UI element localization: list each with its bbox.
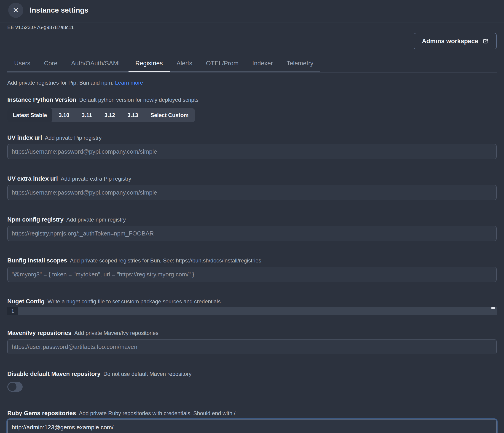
- npm-registry-description: Add private npm registry: [66, 216, 126, 223]
- bunfig-field: Bunfig install scopes Add private scoped…: [7, 257, 497, 282]
- learn-more-link[interactable]: Learn more: [115, 80, 143, 86]
- tab-indexer[interactable]: Indexer: [245, 56, 280, 72]
- close-icon: ✕: [13, 7, 19, 14]
- version-text: EE v1.523.0-76-g98787a8c11: [7, 24, 497, 31]
- tab-registries[interactable]: Registries: [128, 56, 170, 72]
- uv-extra-index-input[interactable]: [7, 185, 497, 200]
- maven-disable-toggle[interactable]: [7, 382, 23, 392]
- python-version-section: Instance Python Version Default python v…: [7, 96, 497, 122]
- tab-core[interactable]: Core: [37, 56, 64, 72]
- ruby-gems-field: Ruby Gems repositories Add private Ruby …: [7, 410, 497, 433]
- uv-index-label: UV index url: [7, 134, 42, 141]
- tabs-bar: Users Core Auth/OAuth/SAML Registries Al…: [7, 56, 497, 72]
- uv-extra-index-description: Add private extra Pip registry: [61, 176, 131, 182]
- python-version-group: Latest Stable 3.10 3.11 3.12 3.13 Select…: [7, 108, 195, 122]
- nuget-line-number: 1: [7, 307, 18, 315]
- uv-index-description: Add private Pip registry: [45, 135, 101, 141]
- uv-index-input[interactable]: [7, 144, 497, 159]
- tab-alerts[interactable]: Alerts: [170, 56, 199, 72]
- ruby-gems-label: Ruby Gems repositories: [7, 410, 76, 416]
- settings-content: EE v1.523.0-76-g98787a8c11 Admins worksp…: [0, 24, 504, 433]
- maven-disable-label: Disable default Maven repository: [7, 370, 100, 377]
- nuget-config-field: Nuget Config Write a nuget.config file t…: [7, 298, 497, 315]
- maven-repos-label: Maven/Ivy repositories: [7, 329, 71, 336]
- python-option-3-10[interactable]: 3.10: [52, 108, 75, 122]
- workspace-row: Admins workspace: [7, 33, 497, 49]
- external-link-icon: [482, 38, 488, 44]
- maven-disable-field: Disable default Maven repository Do not …: [7, 370, 497, 392]
- python-option-3-13[interactable]: 3.13: [121, 108, 144, 122]
- python-version-description: Default python version for newly deploye…: [79, 97, 198, 103]
- tab-list: Users Core Auth/OAuth/SAML Registries Al…: [7, 56, 320, 72]
- admins-workspace-label: Admins workspace: [422, 38, 478, 45]
- ruby-gems-input[interactable]: [7, 419, 497, 433]
- toggle-knob: [8, 383, 17, 391]
- header-divider: [0, 22, 504, 22]
- maven-repos-description: Add private Maven/Ivy repositories: [74, 330, 158, 336]
- npm-registry-field: Npm config registry Add private npm regi…: [7, 216, 497, 241]
- intro-line: Add private registries for Pip, Bun and …: [7, 79, 497, 86]
- bunfig-description: Add private scoped registries for Bun, S…: [70, 257, 261, 264]
- page-title: Instance settings: [30, 6, 89, 14]
- uv-extra-index-field: UV extra index url Add private extra Pip…: [7, 175, 497, 200]
- tab-auth-oauth-saml[interactable]: Auth/OAuth/SAML: [64, 56, 128, 72]
- nuget-config-editor[interactable]: 1: [7, 307, 497, 315]
- python-option-3-11[interactable]: 3.11: [75, 108, 98, 122]
- nuget-editor-scrollbar[interactable]: [491, 307, 495, 309]
- tab-users[interactable]: Users: [7, 56, 37, 72]
- npm-registry-input[interactable]: [7, 226, 497, 241]
- python-version-label: Instance Python Version: [7, 96, 76, 103]
- nuget-editor-body[interactable]: [18, 307, 497, 315]
- python-option-select-custom[interactable]: Select Custom: [144, 108, 195, 122]
- bunfig-input[interactable]: [7, 267, 497, 282]
- modal-header: ✕ Instance settings: [0, 0, 504, 21]
- intro-text: Add private registries for Pip, Bun and …: [7, 80, 113, 86]
- clipped-heading: Windmill: [0, 21, 504, 22]
- admins-workspace-button[interactable]: Admins workspace: [414, 33, 497, 49]
- nuget-config-label: Nuget Config: [7, 298, 45, 305]
- npm-registry-label: Npm config registry: [7, 216, 63, 223]
- maven-repos-field: Maven/Ivy repositories Add private Maven…: [7, 329, 497, 354]
- tab-otel-prom[interactable]: OTEL/Prom: [199, 56, 246, 72]
- maven-repos-input[interactable]: [7, 339, 497, 354]
- tab-telemetry[interactable]: Telemetry: [280, 56, 320, 72]
- uv-index-field: UV index url Add private Pip registry: [7, 134, 497, 159]
- uv-extra-index-label: UV extra index url: [7, 175, 58, 182]
- python-version-label-row: Instance Python Version Default python v…: [7, 96, 497, 104]
- bunfig-label: Bunfig install scopes: [7, 257, 67, 264]
- python-option-latest-stable[interactable]: Latest Stable: [7, 108, 52, 122]
- close-button[interactable]: ✕: [8, 3, 23, 18]
- python-option-3-12[interactable]: 3.12: [98, 108, 121, 122]
- maven-disable-description: Do not use default Maven repository: [103, 371, 192, 377]
- nuget-config-description: Write a nuget.config file to set custom …: [48, 298, 221, 305]
- ruby-gems-description: Add private Ruby repositories with crede…: [79, 410, 235, 416]
